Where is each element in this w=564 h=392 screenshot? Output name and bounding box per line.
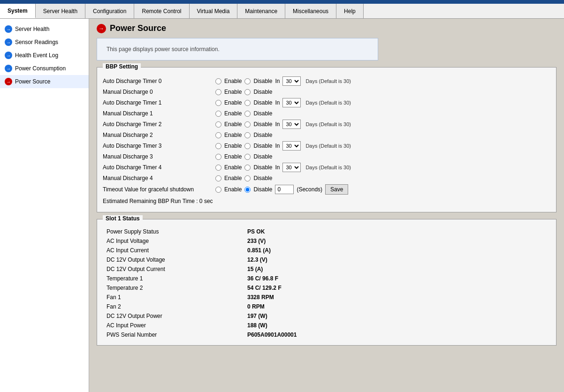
bbp-controls-6: Enable Disable In 30 Days (Default is 30… — [215, 141, 351, 151]
slot1-cell-label-1: AC Input Voltage — [103, 236, 244, 246]
bbp-controls-5: Enable Disable — [215, 132, 272, 138]
nav-miscellaneous[interactable]: Miscellaneous — [285, 4, 336, 18]
slot1-cell-value-8: 0 RPM — [244, 302, 550, 311]
days-select-6[interactable]: 30 — [282, 141, 301, 151]
slot1-cell-value-5: 36 C/ 96.8 F — [244, 274, 550, 283]
slot1-row-7: Fan 13328 RPM — [103, 293, 550, 302]
info-box: This page displays power source informat… — [97, 38, 378, 60]
save-button[interactable]: Save — [325, 184, 348, 195]
bbp-label-3: Manual Discharge 1 — [103, 110, 215, 117]
bbp-label-2: Auto Discharge Timer 1 — [103, 99, 215, 106]
enable-radio-7[interactable] — [215, 154, 221, 160]
disable-radio-8[interactable] — [244, 165, 251, 171]
disable-radio-5[interactable] — [244, 132, 251, 138]
nav-configuration[interactable]: Configuration — [85, 4, 134, 18]
top-bar — [0, 0, 564, 4]
disable-radio-2[interactable] — [244, 100, 251, 106]
bbp-content: Auto Discharge Timer 0 Enable Disable In… — [97, 68, 556, 212]
slot1-cell-value-1: 233 (V) — [244, 236, 550, 246]
timeout-seconds-input[interactable] — [275, 185, 294, 194]
bbp-label-1: Manual Discharge 0 — [103, 89, 215, 95]
slot1-cell-label-4: DC 12V Output Current — [103, 264, 244, 274]
enable-radio-9[interactable] — [215, 175, 221, 181]
sidebar-item-sensor-readings[interactable]: → Sensor Readings — [0, 36, 89, 49]
bbp-label-6: Auto Discharge Timer 3 — [103, 143, 215, 149]
days-default-6: Days (Default is 30) — [305, 143, 351, 149]
disable-radio-4[interactable] — [244, 121, 251, 128]
sidebar-item-health-event-log[interactable]: → Health Event Log — [0, 49, 89, 62]
bbp-label-7: Manual Discharge 3 — [103, 153, 215, 160]
content-area: → Power Source This page displays power … — [89, 19, 564, 392]
slot1-row-3: DC 12V Output Voltage12.3 (V) — [103, 255, 550, 264]
disable-radio-9[interactable] — [244, 175, 251, 181]
sidebar-item-server-health[interactable]: → Server Health — [0, 23, 89, 36]
slot1-row-11: PWS Serial NumberP605A0901A00001 — [103, 330, 550, 339]
bbp-label-4: Auto Discharge Timer 2 — [103, 121, 215, 128]
slot1-cell-value-10: 188 (W) — [244, 321, 550, 330]
enable-radio-5[interactable] — [215, 132, 221, 138]
disable-radio-7[interactable] — [244, 154, 251, 160]
nav-system[interactable]: System — [0, 4, 36, 18]
arrow-icon-server-health: → — [5, 25, 12, 33]
sidebar-item-power-consumption[interactable]: → Power Consumption — [0, 62, 89, 75]
slot1-row-4: DC 12V Output Current15 (A) — [103, 264, 550, 274]
bbp-row-3: Manual Discharge 1 Enable Disable — [103, 109, 550, 118]
slot1-content: Power Supply StatusPS OKAC Input Voltage… — [97, 219, 556, 345]
enable-radio-1[interactable] — [215, 89, 221, 95]
bbp-controls-7: Enable Disable — [215, 153, 272, 160]
slot1-cell-value-9: 197 (W) — [244, 311, 550, 321]
slot1-table: Power Supply StatusPS OKAC Input Voltage… — [103, 227, 550, 339]
page-title-area: → Power Source — [97, 23, 556, 33]
days-default-0: Days (Default is 30) — [305, 78, 351, 84]
bbp-timeout-label: Timeout Value for graceful shutdown — [103, 186, 215, 193]
nav-maintenance[interactable]: Maintenance — [237, 4, 285, 18]
enable-radio-2[interactable] — [215, 100, 221, 106]
enable-radio-4[interactable] — [215, 121, 221, 128]
disable-radio-3[interactable] — [244, 111, 251, 117]
enable-radio-8[interactable] — [215, 165, 221, 171]
enable-radio-6[interactable] — [215, 143, 221, 149]
slot1-cell-value-2: 0.851 (A) — [244, 246, 550, 255]
disable-radio-timeout[interactable] — [244, 187, 251, 193]
disable-radio-6[interactable] — [244, 143, 251, 149]
sidebar-item-power-source[interactable]: → Power Source — [0, 75, 89, 88]
bbp-row-timeout: Timeout Value for graceful shutdown Enab… — [103, 183, 550, 196]
bbp-controls-1: Enable Disable — [215, 89, 272, 95]
bbp-row-0: Auto Discharge Timer 0 Enable Disable In… — [103, 75, 550, 87]
enable-radio-timeout[interactable] — [215, 187, 221, 193]
slot1-row-2: AC Input Current0.851 (A) — [103, 246, 550, 255]
estimated-run-time: Estimated Remaining BBP Run Time : 0 sec — [103, 196, 550, 206]
slot1-cell-label-9: DC 12V Output Power — [103, 311, 244, 321]
slot1-row-0: Power Supply StatusPS OK — [103, 227, 550, 236]
nav-remote-control[interactable]: Remote Control — [134, 4, 189, 18]
bbp-label-5: Manual Discharge 2 — [103, 132, 215, 138]
slot1-section: Slot 1 Status Power Supply StatusPS OKAC… — [97, 219, 556, 346]
nav-help[interactable]: Help — [336, 4, 364, 18]
nav-virtual-media[interactable]: Virtual Media — [190, 4, 238, 18]
bbp-row-1: Manual Discharge 0 Enable Disable — [103, 87, 550, 97]
days-default-8: Days (Default is 30) — [305, 165, 351, 170]
bbp-section-title: BBP Setting — [103, 63, 141, 70]
slot1-cell-label-11: PWS Serial Number — [103, 330, 244, 339]
page-title: Power Source — [110, 23, 166, 33]
bbp-controls-0: Enable Disable In 30 Days (Default is 30… — [215, 76, 351, 86]
disable-radio-0[interactable] — [244, 78, 251, 84]
arrow-icon-power-source: → — [5, 78, 12, 85]
days-default-2: Days (Default is 30) — [305, 100, 351, 106]
nav-server-health[interactable]: Server Health — [36, 4, 85, 18]
bbp-label-9: Manual Discharge 4 — [103, 175, 215, 181]
slot1-cell-label-6: Temperature 2 — [103, 283, 244, 293]
slot1-cell-label-5: Temperature 1 — [103, 274, 244, 283]
slot1-cell-label-3: DC 12V Output Voltage — [103, 255, 244, 264]
days-select-0[interactable]: 30 — [282, 76, 301, 86]
slot1-section-title: Slot 1 Status — [103, 215, 143, 222]
enable-radio-0[interactable] — [215, 78, 221, 84]
disable-radio-1[interactable] — [244, 89, 251, 95]
page-title-icon: → — [97, 24, 106, 33]
bbp-row-9: Manual Discharge 4 Enable Disable — [103, 173, 550, 183]
slot1-cell-value-7: 3328 RPM — [244, 293, 550, 302]
days-select-8[interactable]: 30 — [282, 163, 301, 172]
days-select-4[interactable]: 30 — [282, 120, 301, 129]
enable-radio-3[interactable] — [215, 111, 221, 117]
days-select-2[interactable]: 30 — [282, 98, 301, 107]
